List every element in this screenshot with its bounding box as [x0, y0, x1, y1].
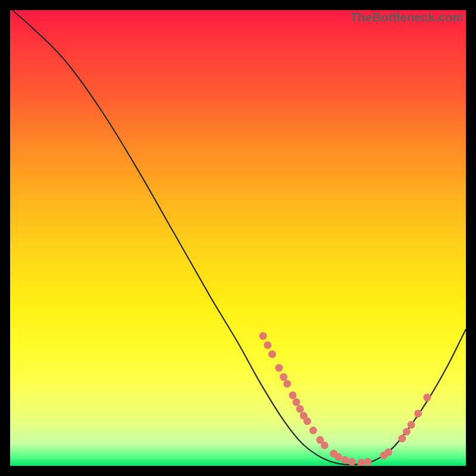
chart-container: TheBottleneck.com	[0, 0, 476, 476]
data-dot	[334, 453, 342, 461]
data-dot	[384, 449, 392, 456]
data-dot	[423, 394, 431, 402]
data-dot	[348, 458, 356, 466]
data-dot	[342, 456, 349, 464]
data-dot	[309, 427, 317, 434]
data-dot	[398, 435, 406, 443]
data-dot	[275, 364, 283, 372]
data-dot	[293, 398, 300, 406]
data-dot	[264, 342, 271, 349]
data-dots	[259, 332, 431, 466]
data-dot	[268, 350, 276, 358]
data-dot	[283, 380, 291, 388]
data-dot	[259, 332, 267, 340]
data-dot	[303, 417, 311, 425]
data-dot	[414, 409, 422, 417]
data-dot	[357, 459, 365, 466]
data-dot	[403, 428, 411, 436]
data-dot	[364, 458, 372, 466]
data-dot	[280, 373, 287, 381]
curve-layer	[10, 10, 466, 466]
data-dot	[408, 421, 415, 429]
data-dot	[296, 405, 304, 413]
plot-area: TheBottleneck.com	[10, 10, 466, 466]
bottleneck-curve	[12, 10, 466, 465]
data-dot	[321, 441, 328, 449]
data-dot	[289, 392, 296, 399]
